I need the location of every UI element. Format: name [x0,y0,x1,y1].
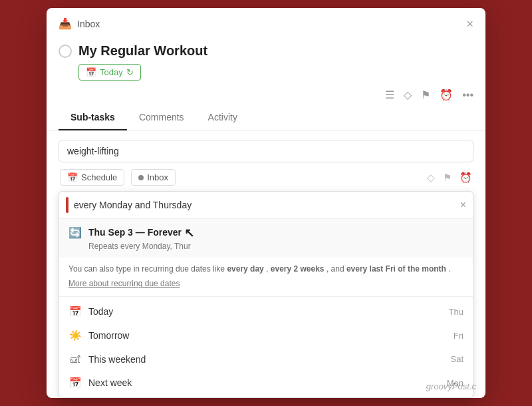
cursor-icon: ↖ [184,226,194,240]
clear-schedule-button[interactable]: × [460,199,466,211]
next-week-label: Next week [88,377,132,388]
schedule-text-input[interactable] [74,200,460,210]
tabs-row: Sub-tasks Comments Activity [47,105,485,130]
subtask-input-row [59,140,473,162]
weekend-day: Sat [450,354,464,364]
inbox-dot [138,175,144,180]
subtask-alarm-icon[interactable]: ⏰ [460,172,472,184]
task-title: My Regular Workout [78,43,207,59]
alarm-icon[interactable]: ⏰ [440,89,453,101]
inbox-button[interactable]: Inbox [131,169,176,186]
tomorrow-day: Fri [454,331,464,341]
date-option-next-week[interactable]: 📅 Next week Mon [59,371,473,395]
weekend-icon: 🛋 [68,353,82,365]
subtask-flag-icon[interactable]: ⚑ [443,172,452,184]
tab-activity[interactable]: Activity [196,105,249,130]
date-option-today[interactable]: 📅 Today Thu [59,300,473,323]
today-day: Thu [449,307,464,317]
modal-title: Inbox [77,19,100,29]
weekend-label: This weekend [88,354,146,365]
suggestion-subtitle: Repeats every Monday, Thur [88,242,194,251]
tab-comments[interactable]: Comments [127,105,196,130]
watermark: groovyPost.c [426,381,476,391]
schedule-button[interactable]: 📅 Schedule [60,169,124,186]
modal: 📥 Inbox × My Regular Workout 📅 Today ↻ ☰… [47,8,485,398]
refresh-icon: ↻ [126,67,134,77]
subtask-icons-right: ◇ ⚑ ⏰ [427,172,472,184]
modal-header: 📥 Inbox × [47,8,485,37]
next-week-icon: 📅 [68,377,82,389]
tomorrow-icon: ☀️ [68,329,82,341]
calendar-icon: 📅 [86,67,96,77]
recurring-dates-link[interactable]: More about recurring due dates [68,278,464,290]
task-title-row: My Regular Workout [59,43,473,59]
toolbar-row: ☰ ◇ ⚑ ⏰ ••• [47,85,485,105]
suggestion-content: Thu Sep 3 — Forever ↖ Repeats every Mond… [88,226,194,251]
red-bar [66,197,68,213]
date-options-list: 📅 Today Thu ☀️ Tomorrow Fri 🛋 This weeke… [59,297,473,397]
today-icon: 📅 [68,305,82,317]
subtask-input[interactable] [67,146,465,156]
task-complete-circle[interactable] [59,45,72,58]
inbox-icon: 📥 [59,17,72,30]
date-option-tomorrow[interactable]: ☀️ Tomorrow Fri [59,323,473,347]
subtask-tag-icon[interactable]: ◇ [427,172,435,184]
hint-text-area: You can also type in recurring due dates… [59,258,473,297]
schedule-calendar-icon: 📅 [67,172,78,182]
header-left: 📥 Inbox [59,17,100,30]
list-icon[interactable]: ☰ [385,89,394,101]
flag-icon[interactable]: ⚑ [421,89,430,101]
due-date-label: Today [100,67,123,77]
schedule-dropdown: × 🔄 Thu Sep 3 — Forever ↖ Repeats every … [59,191,473,398]
due-date-button[interactable]: 📅 Today ↻ [78,64,141,81]
close-button[interactable]: × [466,18,473,30]
more-icon[interactable]: ••• [462,89,473,101]
date-option-weekend[interactable]: 🛋 This weekend Sat [59,347,473,371]
tomorrow-label: Tomorrow [88,330,129,341]
subtask-actions-row: 📅 Schedule Inbox ◇ ⚑ ⏰ [59,169,473,186]
today-label: Today [88,306,113,317]
subtask-area: 📅 Schedule Inbox ◇ ⚑ ⏰ [47,130,485,186]
schedule-input-row: × [59,192,473,219]
tab-subtasks[interactable]: Sub-tasks [59,105,127,130]
suggestion-title: Thu Sep 3 — Forever ↖ [88,226,194,240]
repeat-icon: 🔄 [68,226,82,239]
shield-icon[interactable]: ◇ [404,89,412,101]
task-section: My Regular Workout 📅 Today ↻ [47,37,485,85]
schedule-suggestion-row[interactable]: 🔄 Thu Sep 3 — Forever ↖ Repeats every Mo… [59,219,473,258]
